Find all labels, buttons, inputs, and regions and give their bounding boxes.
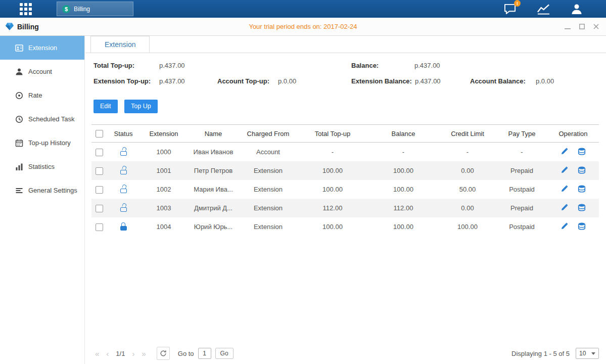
sidebar-item-rate[interactable]: Rate — [0, 83, 84, 107]
refresh-icon — [160, 350, 167, 357]
extension-cell: 1000 — [140, 143, 188, 162]
edit-pencil-icon[interactable] — [561, 166, 568, 175]
table-header-row: Status Extension Name Charged From Total… — [91, 125, 599, 143]
top-up-coins-icon[interactable] — [578, 204, 586, 213]
reports-chart-icon[interactable] — [537, 4, 550, 15]
row-checkbox[interactable] — [96, 205, 103, 212]
select-all-checkbox[interactable] — [96, 130, 103, 138]
name-cell: Иван Иванов — [188, 143, 239, 162]
balance-cell: 100.00 — [368, 217, 439, 236]
dollar-icon: $ — [62, 5, 70, 13]
sidebar-item-label: Rate — [28, 92, 42, 99]
status-lock-icon — [119, 148, 128, 156]
edit-pencil-icon[interactable] — [561, 204, 568, 213]
total-topup-cell: 100.00 — [297, 161, 368, 180]
table-actions: Edit Top Up — [85, 100, 606, 113]
extension-topup-value: p.437.00 — [159, 77, 185, 85]
row-checkbox[interactable] — [96, 223, 103, 231]
name-cell: Юрий Юрь... — [188, 217, 239, 236]
page-size-select[interactable]: 10 — [576, 348, 599, 359]
topbar-tab-billing[interactable]: $ Billing — [57, 2, 133, 16]
extension-table: Status Extension Name Charged From Total… — [91, 124, 599, 236]
billing-summary: Total Top-up: p.437.00 Balance: p.437.00… — [85, 53, 606, 100]
edit-pencil-icon[interactable] — [561, 148, 568, 157]
name-cell: Мария Ива... — [188, 180, 239, 199]
window-title-text: Billing — [17, 23, 39, 31]
sidebar-item-statistics[interactable]: Statistics — [0, 155, 84, 178]
minimize-button[interactable] — [565, 24, 571, 30]
edit-pencil-icon[interactable] — [561, 185, 568, 194]
total-topup-cell: 100.00 — [297, 217, 368, 236]
edit-pencil-icon[interactable] — [561, 222, 568, 232]
balance-label: Balance: — [351, 62, 379, 69]
tab-extension[interactable]: Extension — [90, 36, 150, 53]
extension-cell: 1002 — [140, 180, 188, 199]
window-controls — [565, 18, 599, 35]
top-up-coins-icon[interactable] — [578, 148, 586, 157]
name-cell: Петр Петров — [188, 161, 239, 180]
extension-table-body: 1000 Иван Иванов Account - - - - — [91, 143, 599, 237]
credit-limit-cell: 0.00 — [439, 161, 496, 180]
last-page-icon[interactable]: » — [142, 349, 146, 358]
edit-button[interactable]: Edit — [94, 100, 118, 113]
balance-cell: - — [368, 143, 439, 162]
account-icon — [15, 68, 23, 76]
maximize-button[interactable] — [579, 24, 585, 29]
messages-icon[interactable]: ! — [504, 3, 517, 15]
row-checkbox[interactable] — [96, 149, 103, 156]
col-total-topup: Total Top-up — [297, 125, 368, 143]
first-page-icon[interactable]: « — [95, 349, 99, 358]
sidebar-item-extension[interactable]: Extension — [0, 36, 84, 60]
total-topup-value: p.437.00 — [159, 62, 185, 69]
prev-page-icon[interactable]: ‹ — [106, 349, 109, 358]
pay-type-cell: Postpaid — [496, 180, 547, 199]
top-up-button[interactable]: Top Up — [124, 100, 158, 113]
sidebar-item-scheduled-task[interactable]: Scheduled Task — [0, 107, 84, 131]
notification-badge: ! — [514, 0, 521, 7]
sidebar-item-topup-history[interactable]: Top-up History — [0, 131, 84, 155]
apps-grid-icon[interactable] — [19, 3, 32, 16]
top-up-coins-icon[interactable] — [578, 166, 586, 175]
extension-table-wrap: Status Extension Name Charged From Total… — [91, 124, 599, 236]
sidebar-item-label: Account — [28, 68, 52, 75]
top-up-coins-icon[interactable] — [578, 185, 586, 194]
page-size-value: 10 — [579, 350, 586, 357]
total-topup-cell: - — [297, 143, 368, 162]
table-row[interactable]: 1002 Мария Ива... Extension 100.00 100.0… — [91, 180, 599, 199]
account-topup-label: Account Top-up: — [217, 77, 269, 85]
settings-lines-icon — [15, 187, 23, 195]
user-account-icon[interactable] — [571, 3, 583, 15]
col-credit-limit: Credit Limit — [439, 125, 496, 143]
row-checkbox[interactable] — [96, 186, 103, 194]
extension-cell: 1003 — [140, 199, 188, 217]
sidebar-item-label: Statistics — [28, 163, 55, 170]
close-button[interactable] — [593, 24, 599, 29]
goto-page-input[interactable] — [198, 348, 211, 359]
goto-label: Go to — [178, 350, 194, 357]
topbar-actions: ! — [504, 0, 583, 18]
extension-cell: 1001 — [140, 161, 188, 180]
go-button[interactable]: Go — [215, 348, 234, 359]
status-lock-icon — [119, 222, 128, 231]
next-page-icon[interactable]: › — [132, 349, 134, 358]
status-lock-icon — [119, 185, 128, 194]
row-checkbox[interactable] — [96, 167, 103, 175]
table-row[interactable]: 1003 Дмитрий Д... Extension 112.00 112.0… — [91, 199, 599, 217]
extension-icon — [15, 44, 23, 52]
refresh-button[interactable] — [157, 347, 170, 360]
table-row[interactable]: 1000 Иван Иванов Account - - - - — [91, 143, 599, 162]
table-row[interactable]: 1004 Юрий Юрь... Extension 100.00 100.00… — [91, 217, 599, 236]
col-status: Status — [107, 125, 140, 143]
top-up-coins-icon[interactable] — [578, 222, 586, 232]
calendar-icon — [15, 139, 23, 147]
col-pay-type: Pay Type — [496, 125, 547, 143]
pay-type-cell: Prepaid — [496, 161, 547, 180]
sidebar-item-general-settings[interactable]: General Settings — [0, 178, 84, 202]
sidebar-item-account[interactable]: Account — [0, 60, 84, 83]
total-topup-cell: 112.00 — [297, 199, 368, 217]
col-charged-from: Charged From — [239, 125, 297, 143]
account-balance-label: Account Balance: — [470, 77, 526, 85]
table-row[interactable]: 1001 Петр Петров Extension 100.00 100.00… — [91, 161, 599, 180]
charged-from-cell: Extension — [239, 199, 297, 217]
bar-chart-icon — [15, 163, 23, 171]
